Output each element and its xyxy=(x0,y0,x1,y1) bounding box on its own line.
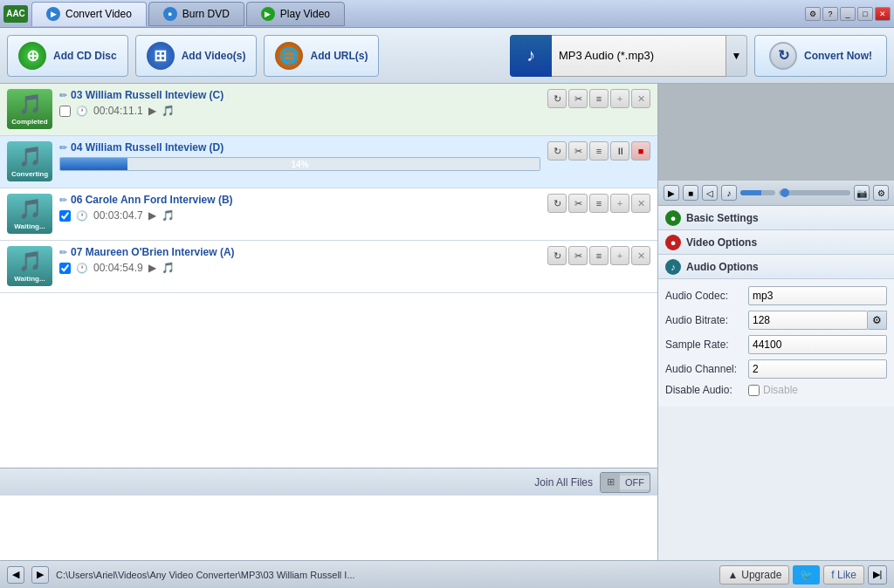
music-note-icon-4: 🎵 xyxy=(162,262,175,274)
file-checkbox-4[interactable] xyxy=(59,263,71,274)
audio-bitrate-gear-btn[interactable]: ⚙ xyxy=(868,311,887,330)
pb-prev-btn[interactable]: ◁ xyxy=(702,185,718,201)
help-btn[interactable]: ? xyxy=(822,7,838,21)
file-pause-btn-2[interactable]: ⏸ xyxy=(610,141,629,161)
add-url-label: Add URL(s) xyxy=(310,50,368,62)
bottom-right: ▲ Upgrade 🐦 f Like ▶| xyxy=(719,565,887,585)
burn-tab-icon: ● xyxy=(163,7,177,21)
add-video-button[interactable]: ⊞ Add Video(s) xyxy=(135,35,258,77)
sample-rate-select[interactable]: 44100 xyxy=(748,335,887,354)
format-dropdown-arrow[interactable]: ▼ xyxy=(726,35,747,77)
play-icon-4[interactable]: ▶ xyxy=(148,262,156,274)
file-cut-btn-1[interactable]: ✂ xyxy=(568,89,588,108)
file-sync-btn-4[interactable]: ↻ xyxy=(547,246,567,265)
file-duration-4: 00:04:54.9 xyxy=(93,262,143,274)
tab-convert-video[interactable]: ▶ Convert Video xyxy=(31,2,147,26)
file-meta-4: 🕐 00:04:54.9 ▶ 🎵 xyxy=(59,262,540,274)
play-icon-3[interactable]: ▶ xyxy=(148,209,156,222)
pb-volume-slider[interactable] xyxy=(740,190,775,195)
file-status-3: Waiting... xyxy=(14,222,45,230)
tab-burn-dvd[interactable]: ● Burn DVD xyxy=(148,2,244,26)
audio-bitrate-select[interactable]: 128 xyxy=(748,311,868,330)
file-title-1[interactable]: 03 William Russell Inteview (C) xyxy=(71,89,224,101)
file-edit-icon-4[interactable]: ✏ xyxy=(59,247,67,258)
pb-vol-btn[interactable]: ♪ xyxy=(721,185,737,201)
format-select[interactable]: MP3 Audio (*.mp3) xyxy=(552,35,726,77)
close-btn[interactable]: ✕ xyxy=(875,7,891,21)
bottom-end-btn[interactable]: ▶| xyxy=(868,565,887,585)
play-icon-1[interactable]: ▶ xyxy=(148,105,156,117)
basic-settings-row[interactable]: ● Basic Settings xyxy=(658,206,894,230)
pb-progress-slider[interactable] xyxy=(779,190,850,195)
file-cut-btn-2[interactable]: ✂ xyxy=(568,141,588,161)
audio-options-row[interactable]: ♪ Audio Options xyxy=(658,255,894,279)
settings-btn[interactable]: ⚙ xyxy=(805,7,821,21)
tab-play-video[interactable]: ▶ Play Video xyxy=(246,2,345,26)
file-checkbox-3[interactable] xyxy=(59,210,71,222)
pb-play-btn[interactable]: ▶ xyxy=(664,185,679,201)
file-list-btn-3[interactable]: ≡ xyxy=(589,194,609,213)
video-options-icon: ● xyxy=(665,235,681,250)
add-cd-button[interactable]: ⊕ Add CD Disc xyxy=(7,35,128,77)
file-list-btn-4[interactable]: ≡ xyxy=(589,246,609,265)
pb-stop-btn[interactable]: ■ xyxy=(683,185,698,201)
video-options-row[interactable]: ● Video Options xyxy=(658,230,894,255)
file-title-2[interactable]: 04 William Russell Inteview (D) xyxy=(71,141,224,154)
file-add-btn-4[interactable]: + xyxy=(610,246,629,265)
progress-label-2: 14% xyxy=(60,158,540,170)
music-note-icon-1: 🎵 xyxy=(162,105,175,117)
file-sync-btn-3[interactable]: ↻ xyxy=(547,194,567,213)
file-info-1: ✏ 03 William Russell Inteview (C) 🕐 00:0… xyxy=(59,89,540,117)
format-selector: ♪ MP3 Audio (*.mp3) ▼ xyxy=(510,35,747,77)
file-list-btn-2[interactable]: ≡ xyxy=(589,141,609,161)
file-remove-btn-4[interactable]: ✕ xyxy=(631,246,650,265)
audio-channel-select[interactable]: 2 xyxy=(748,359,887,379)
file-thumb-4: 🎵 Waiting... xyxy=(7,246,52,286)
file-title-3[interactable]: 06 Carole Ann Ford Interview (B) xyxy=(71,194,233,206)
join-toggle[interactable]: ⊞ OFF xyxy=(600,472,650,493)
file-add-btn-3[interactable]: + xyxy=(610,194,629,213)
convert-now-button[interactable]: ↻ Convert Now! xyxy=(754,35,887,77)
file-title-4[interactable]: 07 Maureen O'Brien Interview (A) xyxy=(71,246,235,258)
facebook-button[interactable]: f Like xyxy=(823,565,864,585)
file-sync-btn-1[interactable]: ↻ xyxy=(547,89,567,108)
file-list: 🎵 Completed ✏ 03 William Russell Intevie… xyxy=(0,84,658,560)
audio-bitrate-select-wrap: 128 ⚙ xyxy=(748,311,887,330)
pb-slider-dot xyxy=(781,188,789,197)
audio-options-label: Audio Options xyxy=(686,261,759,273)
add-url-button[interactable]: 🌐 Add URL(s) xyxy=(264,35,379,77)
twitter-button[interactable]: 🐦 xyxy=(793,565,820,585)
pb-snapshot-btn[interactable]: 📷 xyxy=(854,185,870,201)
file-sync-btn-2[interactable]: ↻ xyxy=(547,141,567,161)
audio-codec-select[interactable]: mp3 xyxy=(748,286,887,305)
clock-icon-3: 🕐 xyxy=(76,210,88,222)
video-options-label: Video Options xyxy=(686,236,757,249)
minimize-btn[interactable]: _ xyxy=(840,7,856,21)
file-edit-icon-1[interactable]: ✏ xyxy=(59,90,67,101)
file-edit-icon-2[interactable]: ✏ xyxy=(59,142,67,154)
disable-audio-checkbox[interactable] xyxy=(748,385,760,396)
file-edit-icon-3[interactable]: ✏ xyxy=(59,195,67,206)
bottom-prev-btn[interactable]: ◀ xyxy=(7,566,24,584)
audio-bitrate-label: Audio Bitrate: xyxy=(665,314,748,326)
file-remove-btn-1[interactable]: ✕ xyxy=(631,89,650,108)
upgrade-button[interactable]: ▲ Upgrade xyxy=(719,565,789,585)
music-note-icon-3: 🎵 xyxy=(162,209,175,222)
title-bar: AAC ▶ Convert Video ● Burn DVD ▶ Play Vi… xyxy=(0,0,894,28)
audio-codec-label: Audio Codec: xyxy=(665,290,748,302)
file-checkbox-1[interactable] xyxy=(59,106,71,117)
file-thumb-2: 🎵 Converting xyxy=(7,141,52,181)
file-add-btn-1[interactable]: + xyxy=(610,89,629,108)
file-list-btn-1[interactable]: ≡ xyxy=(589,89,609,108)
pb-settings-btn[interactable]: ⚙ xyxy=(873,185,889,201)
right-panel: ▶ ■ ◁ ♪ 📷 ⚙ ● Basic Settings ● Video Opt… xyxy=(658,84,894,560)
file-remove-btn-3[interactable]: ✕ xyxy=(631,194,650,213)
file-cut-btn-3[interactable]: ✂ xyxy=(568,194,588,213)
join-bar: Join All Files ⊞ OFF xyxy=(0,468,657,496)
bottom-next-btn[interactable]: ▶ xyxy=(31,566,49,584)
file-stop-btn-2[interactable]: ■ xyxy=(631,141,650,161)
maximize-btn[interactable]: □ xyxy=(857,7,873,21)
play-tab-label: Play Video xyxy=(280,8,330,20)
file-thumb-icon-3: 🎵 xyxy=(18,198,42,221)
file-cut-btn-4[interactable]: ✂ xyxy=(568,246,588,265)
